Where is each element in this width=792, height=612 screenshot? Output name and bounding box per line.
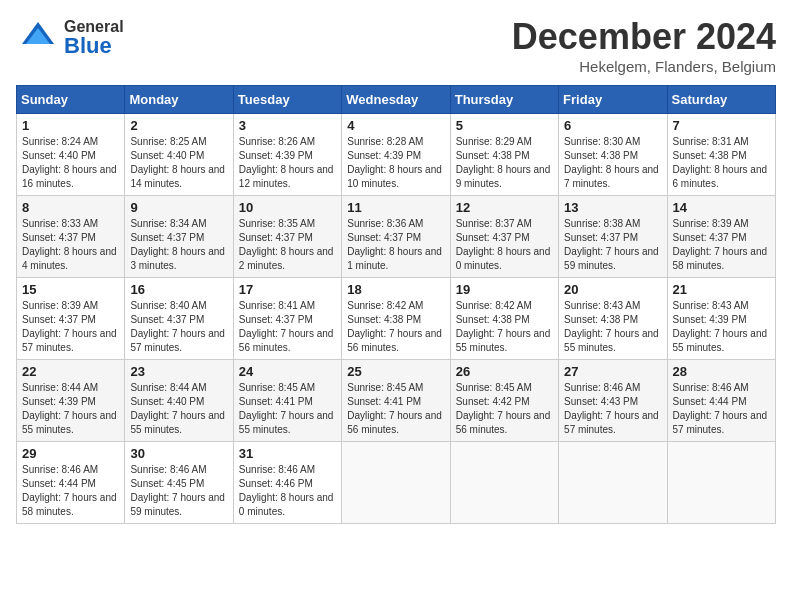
day-info: Sunrise: 8:43 AMSunset: 4:38 PMDaylight:…: [564, 299, 661, 355]
day-number: 20: [564, 282, 661, 297]
day-info: Sunrise: 8:37 AMSunset: 4:37 PMDaylight:…: [456, 217, 553, 273]
calendar-day-cell: 29Sunrise: 8:46 AMSunset: 4:44 PMDayligh…: [17, 442, 125, 524]
day-info: Sunrise: 8:44 AMSunset: 4:40 PMDaylight:…: [130, 381, 227, 437]
day-number: 26: [456, 364, 553, 379]
calendar-day-cell: 12Sunrise: 8:37 AMSunset: 4:37 PMDayligh…: [450, 196, 558, 278]
calendar-day-cell: [450, 442, 558, 524]
day-info: Sunrise: 8:26 AMSunset: 4:39 PMDaylight:…: [239, 135, 336, 191]
calendar-day-cell: 22Sunrise: 8:44 AMSunset: 4:39 PMDayligh…: [17, 360, 125, 442]
day-of-week-header: Monday: [125, 86, 233, 114]
calendar-day-cell: 9Sunrise: 8:34 AMSunset: 4:37 PMDaylight…: [125, 196, 233, 278]
calendar-day-cell: 21Sunrise: 8:43 AMSunset: 4:39 PMDayligh…: [667, 278, 775, 360]
calendar-day-cell: 18Sunrise: 8:42 AMSunset: 4:38 PMDayligh…: [342, 278, 450, 360]
calendar-day-cell: 25Sunrise: 8:45 AMSunset: 4:41 PMDayligh…: [342, 360, 450, 442]
calendar-day-cell: 15Sunrise: 8:39 AMSunset: 4:37 PMDayligh…: [17, 278, 125, 360]
calendar-day-cell: 19Sunrise: 8:42 AMSunset: 4:38 PMDayligh…: [450, 278, 558, 360]
day-number: 17: [239, 282, 336, 297]
day-number: 6: [564, 118, 661, 133]
month-title: December 2024: [512, 16, 776, 58]
calendar-day-cell: 4Sunrise: 8:28 AMSunset: 4:39 PMDaylight…: [342, 114, 450, 196]
day-number: 14: [673, 200, 770, 215]
calendar-week-row: 1Sunrise: 8:24 AMSunset: 4:40 PMDaylight…: [17, 114, 776, 196]
day-info: Sunrise: 8:42 AMSunset: 4:38 PMDaylight:…: [347, 299, 444, 355]
title-area: December 2024 Hekelgem, Flanders, Belgiu…: [512, 16, 776, 75]
day-number: 11: [347, 200, 444, 215]
day-number: 23: [130, 364, 227, 379]
day-info: Sunrise: 8:33 AMSunset: 4:37 PMDaylight:…: [22, 217, 119, 273]
day-number: 21: [673, 282, 770, 297]
day-info: Sunrise: 8:46 AMSunset: 4:44 PMDaylight:…: [22, 463, 119, 519]
calendar-day-cell: 14Sunrise: 8:39 AMSunset: 4:37 PMDayligh…: [667, 196, 775, 278]
calendar-day-cell: 10Sunrise: 8:35 AMSunset: 4:37 PMDayligh…: [233, 196, 341, 278]
day-info: Sunrise: 8:45 AMSunset: 4:41 PMDaylight:…: [239, 381, 336, 437]
calendar-day-cell: 30Sunrise: 8:46 AMSunset: 4:45 PMDayligh…: [125, 442, 233, 524]
day-info: Sunrise: 8:35 AMSunset: 4:37 PMDaylight:…: [239, 217, 336, 273]
day-number: 16: [130, 282, 227, 297]
calendar-header-row: SundayMondayTuesdayWednesdayThursdayFrid…: [17, 86, 776, 114]
day-number: 12: [456, 200, 553, 215]
calendar-day-cell: 1Sunrise: 8:24 AMSunset: 4:40 PMDaylight…: [17, 114, 125, 196]
logo-icon: [16, 16, 60, 60]
day-number: 7: [673, 118, 770, 133]
day-info: Sunrise: 8:41 AMSunset: 4:37 PMDaylight:…: [239, 299, 336, 355]
calendar-day-cell: 6Sunrise: 8:30 AMSunset: 4:38 PMDaylight…: [559, 114, 667, 196]
day-number: 15: [22, 282, 119, 297]
calendar-week-row: 29Sunrise: 8:46 AMSunset: 4:44 PMDayligh…: [17, 442, 776, 524]
day-info: Sunrise: 8:36 AMSunset: 4:37 PMDaylight:…: [347, 217, 444, 273]
day-number: 10: [239, 200, 336, 215]
calendar-day-cell: 24Sunrise: 8:45 AMSunset: 4:41 PMDayligh…: [233, 360, 341, 442]
day-of-week-header: Tuesday: [233, 86, 341, 114]
day-number: 1: [22, 118, 119, 133]
page-header: General Blue December 2024 Hekelgem, Fla…: [16, 16, 776, 75]
day-info: Sunrise: 8:39 AMSunset: 4:37 PMDaylight:…: [673, 217, 770, 273]
day-of-week-header: Thursday: [450, 86, 558, 114]
location-title: Hekelgem, Flanders, Belgium: [512, 58, 776, 75]
day-info: Sunrise: 8:44 AMSunset: 4:39 PMDaylight:…: [22, 381, 119, 437]
calendar-day-cell: 26Sunrise: 8:45 AMSunset: 4:42 PMDayligh…: [450, 360, 558, 442]
day-number: 29: [22, 446, 119, 461]
day-number: 28: [673, 364, 770, 379]
calendar-day-cell: [559, 442, 667, 524]
day-number: 13: [564, 200, 661, 215]
logo-blue-text: Blue: [64, 35, 124, 57]
day-info: Sunrise: 8:25 AMSunset: 4:40 PMDaylight:…: [130, 135, 227, 191]
day-info: Sunrise: 8:42 AMSunset: 4:38 PMDaylight:…: [456, 299, 553, 355]
day-number: 3: [239, 118, 336, 133]
day-number: 27: [564, 364, 661, 379]
calendar-day-cell: 23Sunrise: 8:44 AMSunset: 4:40 PMDayligh…: [125, 360, 233, 442]
day-info: Sunrise: 8:30 AMSunset: 4:38 PMDaylight:…: [564, 135, 661, 191]
day-number: 9: [130, 200, 227, 215]
day-info: Sunrise: 8:28 AMSunset: 4:39 PMDaylight:…: [347, 135, 444, 191]
day-number: 8: [22, 200, 119, 215]
logo: General Blue: [16, 16, 124, 60]
day-of-week-header: Wednesday: [342, 86, 450, 114]
day-info: Sunrise: 8:46 AMSunset: 4:44 PMDaylight:…: [673, 381, 770, 437]
calendar-day-cell: 17Sunrise: 8:41 AMSunset: 4:37 PMDayligh…: [233, 278, 341, 360]
day-info: Sunrise: 8:34 AMSunset: 4:37 PMDaylight:…: [130, 217, 227, 273]
day-number: 31: [239, 446, 336, 461]
calendar-day-cell: 8Sunrise: 8:33 AMSunset: 4:37 PMDaylight…: [17, 196, 125, 278]
day-info: Sunrise: 8:46 AMSunset: 4:43 PMDaylight:…: [564, 381, 661, 437]
calendar-day-cell: 16Sunrise: 8:40 AMSunset: 4:37 PMDayligh…: [125, 278, 233, 360]
calendar-day-cell: 28Sunrise: 8:46 AMSunset: 4:44 PMDayligh…: [667, 360, 775, 442]
day-number: 4: [347, 118, 444, 133]
calendar-week-row: 8Sunrise: 8:33 AMSunset: 4:37 PMDaylight…: [17, 196, 776, 278]
day-number: 24: [239, 364, 336, 379]
calendar-day-cell: 20Sunrise: 8:43 AMSunset: 4:38 PMDayligh…: [559, 278, 667, 360]
day-number: 2: [130, 118, 227, 133]
calendar-day-cell: 27Sunrise: 8:46 AMSunset: 4:43 PMDayligh…: [559, 360, 667, 442]
calendar-day-cell: 3Sunrise: 8:26 AMSunset: 4:39 PMDaylight…: [233, 114, 341, 196]
calendar-day-cell: [342, 442, 450, 524]
day-info: Sunrise: 8:45 AMSunset: 4:41 PMDaylight:…: [347, 381, 444, 437]
calendar-day-cell: 11Sunrise: 8:36 AMSunset: 4:37 PMDayligh…: [342, 196, 450, 278]
calendar-day-cell: 31Sunrise: 8:46 AMSunset: 4:46 PMDayligh…: [233, 442, 341, 524]
calendar-week-row: 22Sunrise: 8:44 AMSunset: 4:39 PMDayligh…: [17, 360, 776, 442]
calendar-day-cell: 13Sunrise: 8:38 AMSunset: 4:37 PMDayligh…: [559, 196, 667, 278]
day-number: 30: [130, 446, 227, 461]
day-info: Sunrise: 8:31 AMSunset: 4:38 PMDaylight:…: [673, 135, 770, 191]
day-of-week-header: Friday: [559, 86, 667, 114]
calendar-day-cell: 5Sunrise: 8:29 AMSunset: 4:38 PMDaylight…: [450, 114, 558, 196]
day-info: Sunrise: 8:43 AMSunset: 4:39 PMDaylight:…: [673, 299, 770, 355]
calendar-day-cell: [667, 442, 775, 524]
day-number: 22: [22, 364, 119, 379]
